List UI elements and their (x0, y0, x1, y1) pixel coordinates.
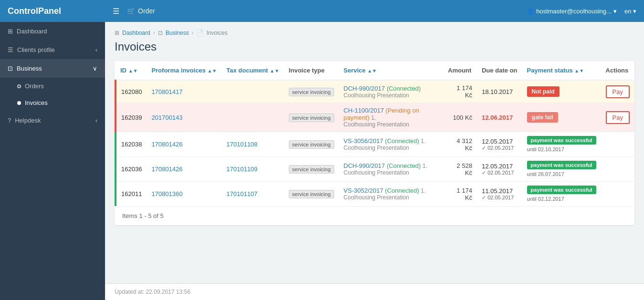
col-due-date: Due date on (477, 61, 522, 80)
sidebar-item-helpdesk[interactable]: ? Helpdesk ‹ (0, 111, 105, 130)
lang-label: en (624, 8, 631, 15)
cell-tax (222, 80, 284, 103)
brand-logo: ControlPanel (8, 6, 113, 16)
dashboard-icon: ⊞ (8, 28, 13, 35)
service-link[interactable]: DCH-990/2017 (344, 162, 385, 169)
service-link[interactable]: VS-3056/2017 (344, 137, 383, 145)
hamburger-icon[interactable]: ☰ (113, 7, 119, 16)
cell-invoice-type: service invoicing (284, 182, 339, 207)
col-amount: Amount (443, 61, 477, 80)
status-badge-success: payment was successful (527, 161, 596, 169)
payment-check-date: ✓ 02.05.2017 (482, 195, 517, 201)
actions-cell: Pay (601, 103, 634, 132)
status-badge-gate-fail: gate fail (527, 112, 558, 123)
updated-label: Updated at: 22.09.2017 13:56 (115, 289, 190, 295)
service-link[interactable]: CH-1100/2017 (344, 107, 384, 114)
sidebar: ⊞ Dashboard ☰ Clients profile ‹ ⊡ Busine… (0, 22, 105, 300)
due-date-cell: 12.06.2017 (477, 103, 522, 132)
cell-tax: 170101107 (222, 182, 284, 207)
due-date-value: 12.06.2017 (482, 114, 513, 121)
breadcrumb-invoices-icon: 📄 (196, 30, 203, 36)
proforma-link[interactable]: 170801360 (151, 190, 182, 197)
cell-id: 162036 (116, 157, 147, 182)
tax-link[interactable]: 170101107 (226, 190, 257, 197)
page-title: Invoices (115, 40, 634, 53)
due-date-value: 12.05.2017 (482, 163, 517, 170)
proforma-link[interactable]: 170801417 (151, 88, 182, 95)
service-link[interactable]: VS-3052/2017 (344, 187, 383, 194)
table-header: ID ▲▼ Proforma invoices ▲▼ Tax document … (116, 61, 634, 80)
sidebar-item-business[interactable]: ⊡ Business ∨ (0, 59, 105, 78)
service-num: 1. (371, 114, 376, 121)
col-invoice-type: Invoice type (284, 61, 339, 80)
cell-tax (222, 103, 284, 132)
sidebar-item-clients-profile[interactable]: ☰ Clients profile ‹ (0, 41, 105, 59)
col-id[interactable]: ID ▲▼ (116, 61, 147, 80)
payment-status-cell: payment was successful until 02.10.2017 (522, 132, 601, 157)
sidebar-label-clients: Clients profile (17, 46, 55, 53)
cell-id: 162038 (116, 132, 147, 157)
cell-amount: 4 312 Kč (443, 132, 477, 157)
service-num: 1. (421, 138, 425, 145)
sidebar-item-invoices[interactable]: Invoices (0, 94, 105, 111)
cell-amount: 1 174 Kč (443, 80, 477, 103)
invoices-table: ID ▲▼ Proforma invoices ▲▼ Tax document … (115, 61, 634, 206)
sidebar-item-dashboard[interactable]: ⊞ Dashboard (0, 22, 105, 41)
breadcrumb-dashboard[interactable]: Dashboard (122, 30, 150, 36)
due-date-value: 11.05.2017 (482, 187, 517, 195)
tax-link[interactable]: 170101108 (226, 141, 257, 148)
orders-dot-icon (17, 84, 21, 88)
tax-link[interactable]: 170101109 (226, 166, 257, 173)
actions-cell (601, 157, 634, 182)
col-payment-status[interactable]: Payment status ▲▼ (522, 61, 601, 80)
col-proforma[interactable]: Proforma invoices ▲▼ (147, 61, 222, 80)
username-label: hostmaster@coolhousing... (536, 8, 612, 15)
breadcrumb: ⊞ Dashboard › ⊡ Business › 📄 Invoices (115, 30, 634, 36)
service-link[interactable]: DCH-990/2017 (344, 85, 385, 92)
cell-amount: 2 528 Kč (443, 157, 477, 182)
business-arrow-icon: ∨ (93, 65, 97, 72)
col-tax[interactable]: Tax document ▲▼ (222, 61, 284, 80)
clients-arrow-icon: ‹ (95, 46, 97, 53)
cell-service: VS-3056/2017 (Connected) 1. Coolhousing … (339, 132, 443, 157)
due-date-cell: 12.05.2017 ✓ 02.05.2017 (477, 132, 522, 157)
topbar-left: ☰ 🛒 Order (113, 7, 155, 16)
sidebar-label-helpdesk: Helpdesk (15, 117, 41, 124)
col-service[interactable]: Service ▲▼ (339, 61, 443, 80)
pay-button[interactable]: Pay (606, 111, 630, 124)
helpdesk-arrow-icon: ‹ (95, 117, 97, 124)
content-area: ⊞ Dashboard › ⊡ Business › 📄 Invoices In… (105, 22, 644, 283)
service-sub: Coolhousing Presentation (344, 121, 439, 128)
pay-button[interactable]: Pay (606, 85, 630, 98)
payment-until: until 26.07.2017 (527, 171, 564, 177)
cell-amount: 1 174 Kč (443, 182, 477, 207)
service-tag: (Connected) (387, 85, 421, 92)
proforma-link[interactable]: 170801426 (151, 166, 182, 173)
cell-service: VS-3052/2017 (Connected) 1. Coolhousing … (339, 182, 443, 207)
cell-invoice-type: service invoicing (284, 80, 339, 103)
actions-cell (601, 132, 634, 157)
service-sub: Coolhousing Presentation (344, 169, 439, 176)
service-sub: Coolhousing Presentation (344, 194, 439, 201)
service-name: VS-3056/2017 (Connected) 1. (344, 137, 439, 145)
cell-service: DCH-990/2017 (Connected) 1. Coolhousing … (339, 157, 443, 182)
proforma-link[interactable]: 170801426 (151, 141, 182, 148)
cell-invoice-type: service invoicing (284, 157, 339, 182)
user-menu[interactable]: 👤 hostmaster@coolhousing... ▾ (527, 8, 617, 15)
cell-tax: 170101109 (222, 157, 284, 182)
payment-status-cell: gate fail (522, 103, 601, 132)
language-selector[interactable]: en ▾ (624, 8, 636, 15)
proforma-link[interactable]: 201700143 (151, 114, 182, 121)
breadcrumb-business[interactable]: Business (166, 30, 189, 36)
service-tag: (Connected) (385, 187, 419, 194)
cell-id: 162039 (116, 103, 147, 132)
sidebar-item-orders[interactable]: Orders (0, 78, 105, 94)
invoices-dot-icon (17, 101, 21, 105)
sidebar-label-orders: Orders (25, 83, 44, 90)
payment-status-cell: Not paid (522, 80, 601, 103)
order-nav[interactable]: 🛒 Order (127, 7, 155, 15)
service-sub: Coolhousing Presentation (344, 92, 439, 99)
topbar: ControlPanel ☰ 🛒 Order 👤 hostmaster@cool… (0, 0, 644, 22)
cart-icon: 🛒 (127, 7, 135, 15)
cell-proforma: 170801426 (147, 132, 222, 157)
